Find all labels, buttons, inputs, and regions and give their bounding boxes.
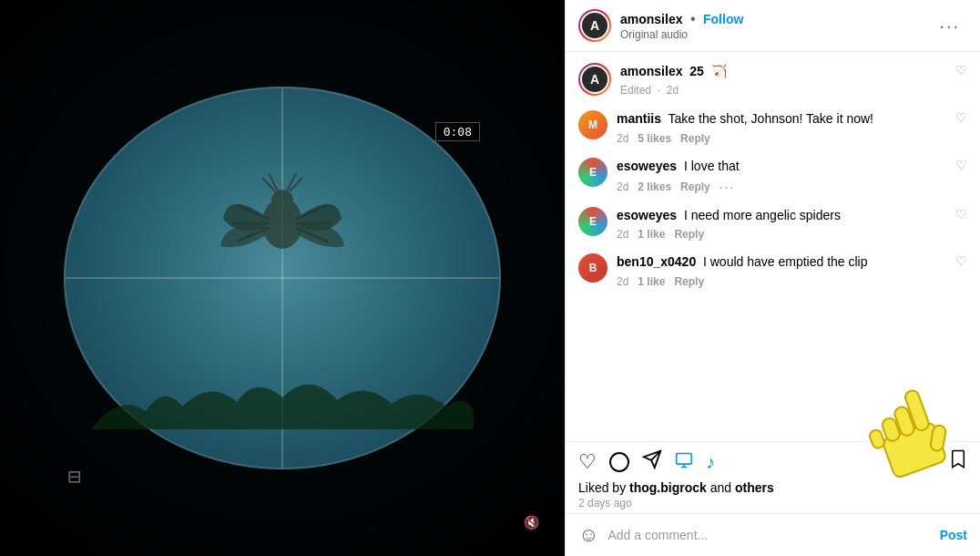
caption-text: amonsilex 25 🏹 Edited · 2d xyxy=(620,63,955,98)
more-options-button[interactable]: ··· xyxy=(932,12,967,40)
post-caption-block: A amonsilex 25 🏹 Edited · 2d ♡ xyxy=(578,63,967,98)
comment-avatar: E xyxy=(578,207,607,236)
comment-likes: 1 like xyxy=(638,228,665,241)
comment-row: M mantiis Take the shot, Johnson! Take i… xyxy=(578,110,967,145)
creature-silhouette xyxy=(219,164,346,292)
comment-actions: 2d 1 like Reply xyxy=(617,228,955,241)
comment-username[interactable]: ben10_x0420 xyxy=(617,254,696,269)
follow-separator: • xyxy=(690,11,696,26)
post-timestamp: 2 days ago xyxy=(578,497,967,510)
mute-button[interactable]: 🔇 xyxy=(516,507,546,538)
caption-avatar-ring: A xyxy=(578,63,611,96)
svg-rect-12 xyxy=(677,453,692,464)
comment-actions: 2d 2 likes Reply ··· xyxy=(617,180,955,194)
mute-icon: 🔇 xyxy=(524,515,539,530)
post-header: A amonsilex • Follow Original audio ··· xyxy=(566,0,980,52)
video-hud-symbol: ⊟ xyxy=(67,464,80,489)
comment-body: esoweyes I love that 2d 2 likes Reply ··… xyxy=(617,158,955,194)
comment-heart-button[interactable]: ♡ xyxy=(955,207,967,221)
comment-text: esoweyes I love that xyxy=(617,158,955,176)
comment-username[interactable]: mantiis xyxy=(617,111,661,126)
video-timer: 0:08 xyxy=(435,122,480,141)
comment-username[interactable]: esoweyes xyxy=(617,159,677,173)
comment-avatar: E xyxy=(578,158,607,187)
video-panel: 0:08 ⊟ 🔇 xyxy=(0,0,565,556)
header-username-row: amonsilex • Follow xyxy=(620,11,932,27)
share-button[interactable] xyxy=(642,449,662,475)
comment-avatar: B xyxy=(578,253,607,283)
comment-heart-button[interactable]: ♡ xyxy=(955,253,967,268)
comment-time: 2d xyxy=(617,132,628,145)
liked-by-mid: and xyxy=(707,480,735,495)
caption-edited: Edited xyxy=(620,84,651,97)
caption-meta: Edited · 2d xyxy=(620,83,955,98)
comment-likes: 1 like xyxy=(638,275,665,288)
comment-body: ben10_x0420 I would have emptied the cli… xyxy=(617,253,955,288)
action-icons-row: ♡ ♪ xyxy=(578,449,967,475)
emoji-picker-button[interactable]: ☺ xyxy=(578,523,598,547)
video-content: 0:08 ⊟ 🔇 xyxy=(0,0,565,556)
caption-avatar: A xyxy=(580,65,609,94)
caption-emoji: 🏹 xyxy=(711,64,727,78)
comments-list: M mantiis Take the shot, Johnson! Take i… xyxy=(578,110,967,287)
music-button[interactable]: ♪ xyxy=(706,452,715,473)
comment-username[interactable]: esoweyes xyxy=(617,208,677,222)
poster-avatar: A xyxy=(580,11,609,40)
comment-avatar: M xyxy=(578,110,607,139)
poster-username[interactable]: amonsilex xyxy=(620,12,682,26)
svg-line-10 xyxy=(262,178,275,191)
comment-text: mantiis Take the shot, Johnson! Take it … xyxy=(617,110,955,129)
like-button[interactable]: ♡ xyxy=(578,450,597,474)
comment-reply[interactable]: Reply xyxy=(674,228,704,241)
comments-panel: A amonsilex • Follow Original audio ··· … xyxy=(565,0,980,556)
comments-area[interactable]: A amonsilex 25 🏹 Edited · 2d ♡ M mantiis xyxy=(566,52,980,441)
scope-overlay xyxy=(0,0,565,556)
liked-by-pre: Liked by xyxy=(578,480,629,495)
comment-time: 2d xyxy=(617,180,628,193)
svg-line-11 xyxy=(290,178,302,191)
comment-reply[interactable]: Reply xyxy=(680,180,710,193)
comment-time: 2d xyxy=(617,228,628,241)
header-info: amonsilex • Follow Original audio xyxy=(620,11,932,41)
comment-text: esoweyes I need more angelic spiders xyxy=(617,207,955,225)
liked-by-others[interactable]: others xyxy=(735,480,774,495)
comment-actions: 2d 5 likes Reply xyxy=(617,132,955,145)
trees-silhouette xyxy=(87,375,477,429)
caption-heart[interactable]: ♡ xyxy=(955,63,967,77)
bookmark-button[interactable] xyxy=(949,449,967,475)
liked-by: Liked by thog.bigrock and others xyxy=(578,480,967,495)
comment-body: esoweyes I need more angelic spiders 2d … xyxy=(617,207,955,242)
poster-avatar-ring: A xyxy=(578,9,611,42)
liked-by-user1[interactable]: thog.bigrock xyxy=(629,480,707,495)
comment-button[interactable] xyxy=(609,452,629,472)
comment-text: ben10_x0420 I would have emptied the cli… xyxy=(617,253,955,272)
original-audio[interactable]: Original audio xyxy=(620,28,932,41)
comment-heart-button[interactable]: ♡ xyxy=(955,158,967,172)
comment-row: E esoweyes I need more angelic spiders 2… xyxy=(578,207,967,242)
comment-actions: 2d 1 like Reply xyxy=(617,275,955,288)
screen-share-button[interactable] xyxy=(675,451,693,474)
caption-number: 25 xyxy=(689,64,704,78)
caption-username[interactable]: amonsilex xyxy=(620,64,682,78)
comment-time: 2d xyxy=(617,275,628,288)
comment-input-bar: ☺ Post xyxy=(566,513,980,556)
comment-reply[interactable]: Reply xyxy=(674,275,704,288)
comment-likes: 5 likes xyxy=(638,132,671,145)
action-bar: ♡ ♪ Liked by thog.bigrock and others 2 d… xyxy=(566,441,980,513)
follow-button[interactable]: Follow xyxy=(703,12,743,26)
post-comment-button[interactable]: Post xyxy=(940,528,967,542)
comment-body: mantiis Take the shot, Johnson! Take it … xyxy=(617,110,955,145)
scope-circle xyxy=(64,87,501,469)
svg-point-7 xyxy=(271,190,293,211)
comment-reply[interactable]: Reply xyxy=(680,132,710,145)
caption-time: 2d xyxy=(667,84,679,97)
comment-more[interactable]: ··· xyxy=(720,180,736,194)
comment-likes: 2 likes xyxy=(638,180,671,193)
comment-input[interactable] xyxy=(607,528,930,542)
comment-heart-button[interactable]: ♡ xyxy=(955,110,967,125)
comment-row: B ben10_x0420 I would have emptied the c… xyxy=(578,253,967,288)
comment-row: E esoweyes I love that 2d 2 likes Reply … xyxy=(578,158,967,194)
